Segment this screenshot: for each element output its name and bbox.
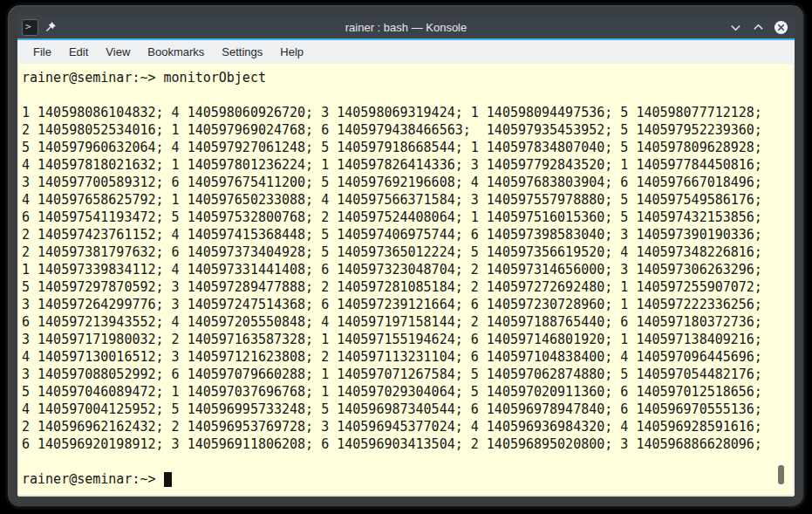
titlebar[interactable]: > rainer : bash — Konsole bbox=[17, 16, 795, 38]
window-inner: > rainer : bash — Konsole bbox=[17, 16, 795, 497]
menu-item-file[interactable]: File bbox=[24, 40, 60, 64]
pushpin-icon[interactable] bbox=[44, 21, 57, 33]
konsole-window: > rainer : bash — Konsole bbox=[7, 4, 805, 508]
menubar: FileEditViewBookmarksSettingsHelp bbox=[17, 40, 795, 64]
window-title: rainer : bash — Konsole bbox=[17, 21, 795, 34]
konsole-terminal-icon[interactable]: > bbox=[22, 19, 38, 36]
menu-item-edit[interactable]: Edit bbox=[60, 40, 97, 64]
menu-item-settings[interactable]: Settings bbox=[213, 40, 271, 64]
chevron-up-icon[interactable] bbox=[751, 20, 766, 35]
circle-x-icon[interactable] bbox=[774, 20, 788, 35]
menu-item-bookmarks[interactable]: Bookmarks bbox=[139, 40, 213, 64]
menu-item-help[interactable]: Help bbox=[271, 40, 312, 64]
terminal-content: rainer@seminar:~> monitorObject 1 140598… bbox=[22, 70, 762, 487]
terminal-cursor bbox=[164, 472, 172, 487]
terminal-text: rainer@seminar:~> monitorObject 1 140598… bbox=[19, 64, 793, 488]
terminal-area[interactable]: rainer@seminar:~> monitorObject 1 140598… bbox=[17, 64, 795, 497]
window-controls bbox=[728, 20, 795, 35]
titlebar-left: > bbox=[17, 19, 57, 36]
menu-item-view[interactable]: View bbox=[97, 40, 139, 64]
chevron-down-icon[interactable] bbox=[728, 20, 743, 35]
scrollbar-thumb[interactable] bbox=[778, 465, 784, 484]
